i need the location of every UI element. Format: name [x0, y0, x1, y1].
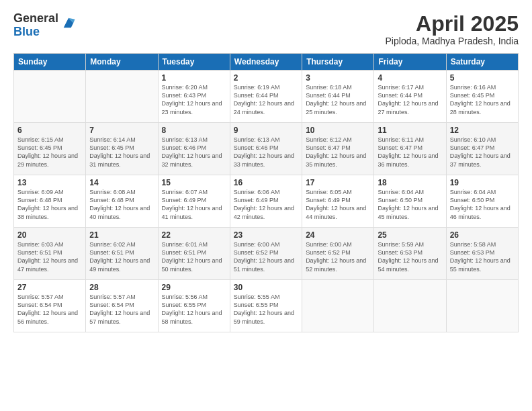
day-number: 24: [306, 230, 370, 240]
day-info: Sunrise: 6:06 AMSunset: 6:49 PMDaylight:…: [234, 188, 298, 221]
day-info: Sunrise: 6:19 AMSunset: 6:44 PMDaylight:…: [234, 83, 298, 116]
table-row: 6Sunrise: 6:15 AMSunset: 6:45 PMDaylight…: [14, 123, 86, 175]
table-row: 27Sunrise: 5:57 AMSunset: 6:54 PMDayligh…: [14, 280, 86, 332]
calendar-week-row: 20Sunrise: 6:03 AMSunset: 6:51 PMDayligh…: [14, 228, 519, 280]
day-info: Sunrise: 5:58 AMSunset: 6:53 PMDaylight:…: [450, 240, 515, 273]
day-number: 30: [234, 283, 298, 292]
col-thursday: Thursday: [302, 54, 374, 71]
table-row: 11Sunrise: 6:11 AMSunset: 6:47 PMDayligh…: [374, 123, 446, 175]
day-info: Sunrise: 6:09 AMSunset: 6:48 PMDaylight:…: [17, 188, 82, 221]
day-number: 15: [162, 178, 226, 187]
day-number: 11: [378, 126, 442, 135]
day-info: Sunrise: 6:07 AMSunset: 6:49 PMDaylight:…: [162, 188, 226, 221]
col-monday: Monday: [86, 54, 158, 71]
day-info: Sunrise: 5:57 AMSunset: 6:54 PMDaylight:…: [89, 293, 154, 326]
day-info: Sunrise: 6:05 AMSunset: 6:49 PMDaylight:…: [306, 188, 370, 221]
day-number: 25: [378, 230, 442, 240]
day-info: Sunrise: 6:15 AMSunset: 6:45 PMDaylight:…: [17, 136, 82, 169]
day-info: Sunrise: 6:03 AMSunset: 6:51 PMDaylight:…: [17, 240, 82, 273]
calendar-week-row: 1Sunrise: 6:20 AMSunset: 6:43 PMDaylight…: [14, 71, 519, 123]
day-info: Sunrise: 6:18 AMSunset: 6:44 PMDaylight:…: [306, 83, 370, 116]
day-number: 5: [450, 73, 515, 83]
logo-text: General Blue: [13, 12, 76, 39]
calendar-week-row: 6Sunrise: 6:15 AMSunset: 6:45 PMDaylight…: [14, 123, 519, 175]
day-info: Sunrise: 6:00 AMSunset: 6:52 PMDaylight:…: [306, 240, 370, 273]
table-row: 29Sunrise: 5:56 AMSunset: 6:55 PMDayligh…: [158, 280, 230, 332]
table-row: 10Sunrise: 6:12 AMSunset: 6:47 PMDayligh…: [302, 123, 374, 175]
day-number: 3: [306, 73, 370, 83]
day-number: 6: [17, 126, 82, 135]
page: General Blue April 2025 Piploda, Madhya …: [0, 0, 532, 411]
month-title: April 2025: [386, 12, 519, 36]
table-row: 19Sunrise: 6:04 AMSunset: 6:50 PMDayligh…: [446, 175, 518, 228]
day-number: 7: [89, 126, 154, 135]
day-info: Sunrise: 6:04 AMSunset: 6:50 PMDaylight:…: [378, 188, 442, 221]
table-row: 20Sunrise: 6:03 AMSunset: 6:51 PMDayligh…: [14, 228, 86, 280]
table-row: 14Sunrise: 6:08 AMSunset: 6:48 PMDayligh…: [86, 175, 158, 228]
day-number: 28: [89, 283, 154, 292]
day-info: Sunrise: 6:10 AMSunset: 6:47 PMDaylight:…: [450, 136, 515, 169]
header: General Blue April 2025 Piploda, Madhya …: [13, 12, 519, 46]
day-number: 23: [234, 230, 298, 240]
table-row: [374, 280, 446, 332]
day-number: 17: [306, 178, 370, 187]
table-row: 18Sunrise: 6:04 AMSunset: 6:50 PMDayligh…: [374, 175, 446, 228]
day-info: Sunrise: 6:13 AMSunset: 6:46 PMDaylight:…: [234, 136, 298, 169]
col-saturday: Saturday: [446, 54, 518, 71]
day-number: 12: [450, 126, 515, 135]
day-number: 18: [378, 178, 442, 187]
title-block: April 2025 Piploda, Madhya Pradesh, Indi…: [386, 12, 519, 46]
table-row: 9Sunrise: 6:13 AMSunset: 6:46 PMDaylight…: [230, 123, 302, 175]
col-wednesday: Wednesday: [230, 54, 302, 71]
table-row: 25Sunrise: 5:59 AMSunset: 6:53 PMDayligh…: [374, 228, 446, 280]
calendar: Sunday Monday Tuesday Wednesday Thursday…: [13, 53, 519, 332]
day-info: Sunrise: 6:12 AMSunset: 6:47 PMDaylight:…: [306, 136, 370, 169]
day-number: 8: [162, 126, 226, 135]
table-row: 2Sunrise: 6:19 AMSunset: 6:44 PMDaylight…: [230, 71, 302, 123]
logo-blue: Blue: [13, 25, 40, 38]
table-row: 17Sunrise: 6:05 AMSunset: 6:49 PMDayligh…: [302, 175, 374, 228]
table-row: 16Sunrise: 6:06 AMSunset: 6:49 PMDayligh…: [230, 175, 302, 228]
day-number: 10: [306, 126, 370, 135]
table-row: 5Sunrise: 6:16 AMSunset: 6:45 PMDaylight…: [446, 71, 518, 123]
table-row: 21Sunrise: 6:02 AMSunset: 6:51 PMDayligh…: [86, 228, 158, 280]
table-row: 4Sunrise: 6:17 AMSunset: 6:44 PMDaylight…: [374, 71, 446, 123]
logo-icon: [61, 15, 76, 30]
day-info: Sunrise: 5:56 AMSunset: 6:55 PMDaylight:…: [162, 293, 226, 326]
calendar-week-row: 27Sunrise: 5:57 AMSunset: 6:54 PMDayligh…: [14, 280, 519, 332]
table-row: [86, 71, 158, 123]
day-number: 4: [378, 73, 442, 83]
table-row: 3Sunrise: 6:18 AMSunset: 6:44 PMDaylight…: [302, 71, 374, 123]
day-info: Sunrise: 5:55 AMSunset: 6:55 PMDaylight:…: [234, 293, 298, 326]
table-row: [302, 280, 374, 332]
day-info: Sunrise: 5:59 AMSunset: 6:53 PMDaylight:…: [378, 240, 442, 273]
table-row: 7Sunrise: 6:14 AMSunset: 6:45 PMDaylight…: [86, 123, 158, 175]
day-info: Sunrise: 6:08 AMSunset: 6:48 PMDaylight:…: [89, 188, 154, 221]
day-info: Sunrise: 5:57 AMSunset: 6:54 PMDaylight:…: [17, 293, 82, 326]
day-info: Sunrise: 6:16 AMSunset: 6:45 PMDaylight:…: [450, 83, 515, 116]
day-number: 20: [17, 230, 82, 240]
day-info: Sunrise: 6:01 AMSunset: 6:51 PMDaylight:…: [162, 240, 226, 273]
day-number: 2: [234, 73, 298, 83]
table-row: [446, 280, 518, 332]
day-number: 19: [450, 178, 515, 187]
table-row: 28Sunrise: 5:57 AMSunset: 6:54 PMDayligh…: [86, 280, 158, 332]
table-row: 23Sunrise: 6:00 AMSunset: 6:52 PMDayligh…: [230, 228, 302, 280]
day-info: Sunrise: 6:00 AMSunset: 6:52 PMDaylight:…: [234, 240, 298, 273]
day-number: 27: [17, 283, 82, 292]
day-number: 21: [89, 230, 154, 240]
calendar-week-row: 13Sunrise: 6:09 AMSunset: 6:48 PMDayligh…: [14, 175, 519, 228]
day-number: 16: [234, 178, 298, 187]
table-row: 30Sunrise: 5:55 AMSunset: 6:55 PMDayligh…: [230, 280, 302, 332]
table-row: 15Sunrise: 6:07 AMSunset: 6:49 PMDayligh…: [158, 175, 230, 228]
day-info: Sunrise: 6:02 AMSunset: 6:51 PMDaylight:…: [89, 240, 154, 273]
table-row: 13Sunrise: 6:09 AMSunset: 6:48 PMDayligh…: [14, 175, 86, 228]
day-info: Sunrise: 6:17 AMSunset: 6:44 PMDaylight:…: [378, 83, 442, 116]
logo: General Blue: [13, 12, 76, 39]
day-number: 1: [162, 73, 226, 83]
day-number: 13: [17, 178, 82, 187]
col-friday: Friday: [374, 54, 446, 71]
day-number: 9: [234, 126, 298, 135]
table-row: 1Sunrise: 6:20 AMSunset: 6:43 PMDaylight…: [158, 71, 230, 123]
calendar-header-row: Sunday Monday Tuesday Wednesday Thursday…: [14, 54, 519, 71]
